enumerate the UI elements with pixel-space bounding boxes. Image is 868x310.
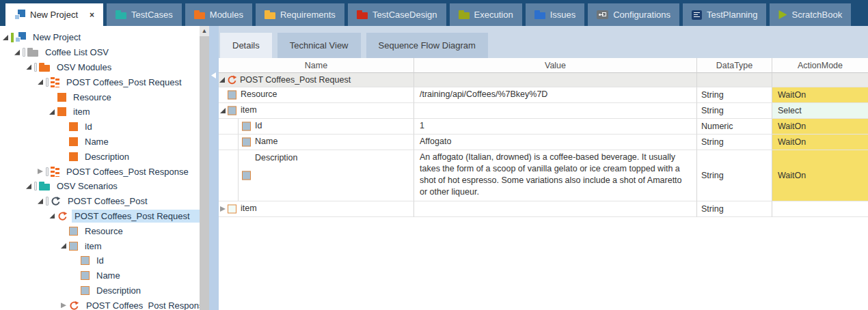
tab-testcases[interactable]: TestCases [107, 3, 182, 26]
row-expander-icon[interactable] [219, 77, 225, 83]
row-name-label: Id [255, 119, 413, 130]
name-cell[interactable]: Name [219, 135, 414, 150]
tree-expander-icon[interactable] [61, 302, 66, 308]
datatype-cell[interactable]: String [697, 87, 772, 103]
refresh-icon [227, 75, 237, 85]
grid-row-item: itemStringSelect [219, 103, 868, 119]
tree-item-osv-scenarios[interactable]: OSV Scenarios [0, 179, 200, 194]
tree-item-coffee-list-osv[interactable]: Coffee List OSV [0, 45, 200, 60]
tab-modules[interactable]: Modules [185, 3, 252, 26]
tab-label: ScratchBook [791, 10, 842, 20]
tree-item-item[interactable]: item [0, 104, 200, 119]
tab-scratchbook[interactable]: ScratchBook [770, 3, 851, 26]
field-square-icon [69, 152, 78, 161]
datatype-cell[interactable] [697, 73, 772, 87]
tab-issues[interactable]: Issues [526, 3, 585, 26]
refresh-icon [57, 211, 68, 221]
actionmode-cell[interactable]: Select [772, 103, 868, 119]
scrollbar-thumb[interactable] [200, 36, 209, 310]
tree-item-post-coffees-post-request[interactable]: POST Coffees_Post Request [0, 74, 200, 89]
actionmode-cell[interactable] [772, 73, 868, 87]
tab-new-project[interactable]: New Project× [5, 3, 103, 26]
folder-icon [459, 10, 470, 19]
tree-item-name[interactable]: Name [0, 268, 200, 283]
tree-scrollbar[interactable]: ▲ [200, 26, 209, 310]
tree-item-osv-modules[interactable]: OSV Modules [0, 60, 200, 75]
body: New ProjectCoffee List OSVOSV ModulesPOS… [0, 26, 868, 310]
tab-configurations[interactable]: Configurations [588, 3, 679, 26]
value-cell[interactable] [414, 73, 697, 87]
value-cell[interactable] [414, 201, 697, 217]
tree-expander-icon[interactable] [3, 35, 8, 40]
folder-icon [116, 10, 126, 19]
tab-testcasedesign[interactable]: TestCaseDesign [348, 3, 446, 26]
view-tab-details[interactable]: Details [220, 33, 272, 58]
actionmode-cell[interactable]: WaitOn [772, 135, 868, 150]
name-cell[interactable]: item [219, 103, 414, 119]
datatype-cell[interactable]: String [697, 201, 772, 217]
tab-requirements[interactable]: Requirements [256, 3, 344, 26]
tree-item-label: Coffee List OSV [42, 46, 111, 59]
tab-execution[interactable]: Execution [450, 3, 522, 26]
name-cell[interactable]: Resource [219, 87, 414, 103]
tree-item-description[interactable]: Description [0, 149, 200, 164]
tree-item-resource[interactable]: Resource [0, 89, 200, 104]
tree-item-post-coffees-post[interactable]: POST Coffees_Post [0, 194, 200, 209]
doc-bar-icon [46, 197, 49, 206]
datatype-cell[interactable]: String [697, 103, 772, 119]
tree-item-id[interactable]: Id [0, 119, 200, 135]
close-icon[interactable]: × [90, 10, 94, 20]
datatype-cell[interactable]: String [697, 135, 772, 150]
datatype-cell[interactable]: Numeric [697, 119, 772, 135]
value-cell[interactable]: An affogato (Italian, drowned) is a coff… [414, 150, 697, 201]
name-cell[interactable]: item [219, 201, 414, 217]
tab-testplanning[interactable]: TestPlanning [683, 3, 766, 26]
tree-expander-icon[interactable] [38, 199, 43, 204]
folder-icon [39, 182, 50, 191]
tree-item-label: Id [82, 120, 95, 133]
row-expander-icon[interactable] [220, 108, 226, 113]
name-cell[interactable]: Id [219, 119, 414, 135]
panel-splitter[interactable] [209, 26, 219, 310]
tree-item-post-coffees-post-request[interactable]: POST Coffees_Post Request [0, 209, 200, 224]
tree-expander-icon[interactable] [61, 243, 66, 249]
collapse-panel-icon[interactable] [211, 72, 216, 79]
row-expander-icon[interactable] [220, 206, 226, 212]
tree-expander-icon[interactable] [38, 79, 43, 85]
tree-expander-icon[interactable] [14, 50, 20, 55]
tab-label: Requirements [280, 10, 336, 20]
tree-item-new-project[interactable]: New Project [0, 30, 200, 45]
tree-expander-icon[interactable] [38, 169, 43, 174]
app-window: New Project×TestCasesModulesRequirements… [0, 0, 868, 310]
doc-bar-icon [46, 167, 49, 176]
actionmode-cell[interactable]: WaitOn [772, 119, 868, 135]
tree-item-post-coffees-post-response[interactable]: POST Coffees_Post Response [0, 298, 200, 310]
value-cell[interactable]: 1 [414, 119, 697, 135]
view-tab-sequence-flow-diagram[interactable]: Sequence Flow Diagram [366, 33, 488, 58]
datatype-cell[interactable]: String [697, 150, 772, 201]
value-cell[interactable]: Affogato [414, 135, 697, 150]
tree-item-post-coffees-post-response[interactable]: POST Coffees_Post Response [0, 164, 200, 179]
tree-item-description[interactable]: Description [0, 283, 200, 298]
tree-item-name[interactable]: Name [0, 135, 200, 150]
tree-expander-icon[interactable] [49, 213, 55, 219]
folder-icon [357, 10, 368, 19]
tree-expander-icon[interactable] [26, 64, 31, 70]
actionmode-cell[interactable]: WaitOn [772, 150, 868, 201]
value-cell[interactable]: /training/api/Coffees/%7Bkey%7D [414, 87, 697, 103]
tree-expander-icon[interactable] [49, 109, 55, 115]
view-tab-technical-view[interactable]: Technical View [277, 33, 361, 58]
tab-label: Issues [550, 10, 576, 20]
value-cell[interactable] [414, 103, 697, 119]
project-logo-icon [11, 32, 26, 42]
tree-expander-icon[interactable] [26, 184, 31, 189]
name-cell[interactable]: Description [219, 150, 414, 201]
actionmode-cell[interactable] [772, 201, 868, 217]
actionmode-cell[interactable]: WaitOn [772, 87, 868, 103]
name-cell[interactable]: POST Coffees_Post Request [219, 73, 414, 87]
tree-item-resource[interactable]: Resource [0, 223, 200, 238]
scroll-up-icon[interactable]: ▲ [200, 26, 209, 36]
field-square-icon [57, 107, 66, 116]
tree-item-item[interactable]: item [0, 238, 200, 253]
tree-item-id[interactable]: Id [0, 253, 200, 268]
